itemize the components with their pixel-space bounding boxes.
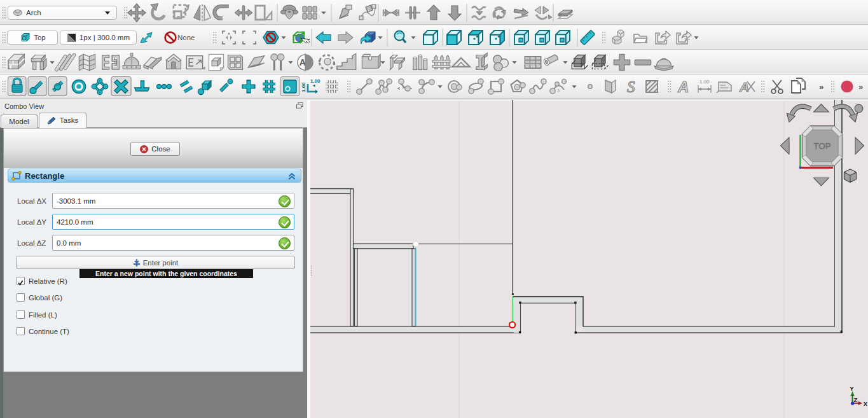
- svg-text:TOP: TOP: [813, 141, 831, 151]
- svg-text:1.00: 1.00: [310, 78, 320, 84]
- svg-text:X: X: [864, 400, 868, 407]
- svg-text:Z: Z: [854, 396, 858, 403]
- svg-text:3: 3: [557, 88, 560, 93]
- svg-text:None: None: [177, 34, 195, 41]
- svg-text:Y: Y: [850, 385, 854, 392]
- svg-text:1.00: 1.00: [301, 82, 307, 92]
- svg-text:»: »: [819, 82, 823, 92]
- svg-text:A: A: [300, 58, 306, 67]
- svg-text:A: A: [677, 78, 689, 95]
- svg-text:1.00: 1.00: [699, 79, 710, 85]
- svg-text:»: »: [858, 82, 863, 92]
- svg-text:S: S: [627, 78, 635, 95]
